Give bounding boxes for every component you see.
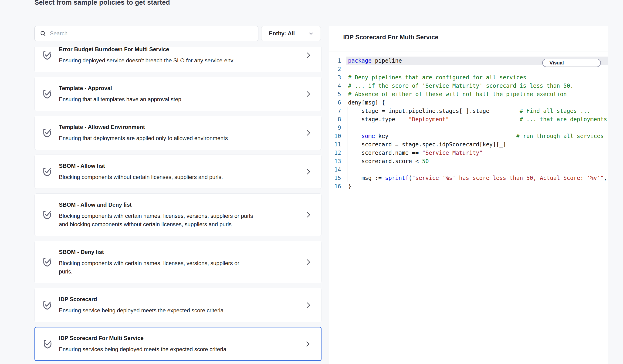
policy-list-item[interactable]: SBOM - Deny list Blocking components wit…	[34, 241, 321, 283]
policy-list-scroll[interactable]: Error Budget Burndown For Multi Service …	[34, 47, 321, 361]
policy-list-item[interactable]: Template - Allowed Environment Ensuring …	[34, 116, 321, 150]
indent-guide-line	[348, 107, 348, 182]
line-number: 16	[329, 182, 341, 191]
policy-shield-check-icon	[42, 127, 53, 138]
policy-shield-check-icon	[42, 166, 53, 177]
policy-description: Ensuring that deployments are applied on…	[59, 134, 254, 142]
code-line: 16 }	[329, 182, 608, 191]
policy-list-item-selected[interactable]: IDP Scorecard For Multi Service Ensuring…	[34, 327, 321, 361]
code-line: 10 some key # run through all services	[329, 132, 608, 140]
code-line: 5 # Absence of either of these will not …	[329, 90, 608, 98]
policy-shield-check-icon	[42, 300, 53, 310]
policy-shield-check-icon	[42, 50, 53, 61]
policy-text: SBOM - Deny list Blocking components wit…	[59, 249, 293, 276]
line-number: 15	[329, 174, 341, 182]
policy-detail-panel: IDP Scorecard For Multi Service Visual R…	[329, 26, 608, 364]
line-number: 13	[329, 157, 341, 166]
line-number: 10	[329, 132, 341, 140]
chevron-right-icon	[305, 129, 312, 137]
chevron-right-icon	[304, 340, 312, 348]
code-line-content: scorecard.name == "Service Maturity"	[341, 149, 608, 157]
entity-filter-label: Entity: All	[269, 30, 295, 37]
policy-text: Template - Approval Ensuring that all te…	[59, 85, 293, 104]
line-number: 5	[329, 90, 341, 98]
policy-description: Ensuring service being deployed meets th…	[59, 306, 254, 315]
policy-title: IDP Scorecard For Multi Service	[59, 335, 293, 342]
line-number: 9	[329, 124, 341, 132]
code-line-content: deny[msg] {	[341, 98, 608, 107]
rego-toggle-button[interactable]: Rego	[571, 59, 601, 66]
line-number: 8	[329, 115, 341, 124]
policy-list-item[interactable]: IDP Scorecard Ensuring service being dep…	[34, 288, 321, 322]
chevron-right-icon	[305, 168, 312, 175]
policy-description: Blocking components without certain lice…	[59, 173, 254, 181]
search-box	[34, 26, 258, 41]
policy-title: Template - Approval	[59, 85, 293, 92]
policy-description: Ensuring that all templates have an appr…	[59, 95, 254, 104]
sample-policies-page: Select from sample policies to get start…	[0, 0, 623, 364]
policy-text: SBOM - Allow and Deny list Blocking comp…	[59, 201, 293, 229]
policy-title: IDP Scorecard	[59, 296, 293, 303]
policy-list-item[interactable]: Error Budget Burndown For Multi Service …	[34, 47, 321, 72]
policy-shield-check-icon	[42, 338, 53, 349]
code-line-content: some key # run through all services	[341, 132, 608, 140]
search-icon	[40, 30, 46, 37]
panel-divider	[329, 51, 608, 51]
line-number: 3	[329, 73, 341, 82]
code-line: 15 msg := sprintf("service '%s' has scor…	[329, 174, 608, 182]
code-line: 12 scorecard.name == "Service Maturity"	[329, 149, 608, 157]
code-line-content: scorecard = stage.spec.idpScorecard[key]…	[341, 140, 608, 149]
chevron-down-icon	[308, 30, 314, 37]
policy-title: SBOM - Allow and Deny list	[59, 201, 293, 208]
code-line-content: msg := sprintf("service '%s' has score l…	[341, 174, 608, 182]
code-line-content: # Deny pipelines that are configured for…	[341, 73, 608, 82]
policy-shield-check-icon	[42, 209, 53, 220]
entity-filter-dropdown[interactable]: Entity: All	[261, 26, 321, 41]
code-line: 13 scorecard.score < 50	[329, 157, 608, 166]
policy-list-item[interactable]: Template - Approval Ensuring that all te…	[34, 77, 321, 111]
policy-list-item[interactable]: SBOM - Allow and Deny list Blocking comp…	[34, 193, 321, 236]
code-line: 7 stage = input.pipeline.stages[_].stage…	[329, 107, 608, 115]
policy-detail-title: IDP Scorecard For Multi Service	[343, 34, 438, 41]
code-line: 6 deny[msg] {	[329, 98, 608, 107]
policy-title: Error Budget Burndown For Multi Service	[59, 47, 293, 53]
policy-list-item[interactable]: SBOM - Allow list Blocking components wi…	[34, 154, 321, 189]
code-line: 8 stage.type == "Deployment" # ... that …	[329, 115, 608, 124]
rego-code-editor[interactable]: 1 package pipeline 2 3 # Deny pipelines …	[329, 57, 608, 364]
line-number: 11	[329, 140, 341, 149]
chevron-right-icon	[305, 51, 312, 59]
code-line: 9	[329, 124, 608, 132]
policy-shield-check-icon	[42, 88, 53, 99]
code-line: 14	[329, 166, 608, 174]
page-title: Select from sample policies to get start…	[34, 0, 170, 6]
line-number: 7	[329, 107, 341, 115]
code-line-content: stage = input.pipeline.stages[_].stage #…	[341, 107, 608, 115]
policy-description: Ensuring services being deployed meets t…	[59, 345, 254, 354]
policy-text: Error Budget Burndown For Multi Service …	[59, 47, 293, 65]
line-number: 1	[329, 57, 341, 65]
policy-description: Blocking components with certain names, …	[59, 259, 254, 276]
policy-shield-check-icon	[42, 257, 53, 267]
line-number: 6	[329, 98, 341, 107]
code-line: 11 scorecard = stage.spec.idpScorecard[k…	[329, 140, 608, 149]
view-mode-toggle: Visual Rego	[542, 59, 601, 67]
policy-text: SBOM - Allow list Blocking components wi…	[59, 162, 293, 181]
code-line: 4 # ... if the score of 'Service Maturit…	[329, 82, 608, 90]
chevron-right-icon	[305, 301, 312, 309]
line-number: 12	[329, 149, 341, 157]
line-number: 2	[329, 65, 341, 73]
policy-title: SBOM - Allow list	[59, 162, 293, 170]
line-number: 14	[329, 166, 341, 174]
line-number: 4	[329, 82, 341, 90]
chevron-right-icon	[305, 90, 312, 98]
chevron-right-icon	[305, 211, 312, 218]
policy-title: Template - Allowed Environment	[59, 124, 293, 130]
policy-title: SBOM - Deny list	[59, 249, 293, 256]
policy-text: Template - Allowed Environment Ensuring …	[59, 124, 293, 142]
search-input[interactable]	[50, 30, 258, 37]
policy-list: Error Budget Burndown For Multi Service …	[34, 47, 321, 364]
visual-toggle-button[interactable]: Visual	[543, 59, 571, 66]
code-line-content	[341, 166, 608, 174]
code-line-content: scorecard.score < 50	[341, 157, 608, 166]
policy-text: IDP Scorecard Ensuring service being dep…	[59, 296, 293, 315]
